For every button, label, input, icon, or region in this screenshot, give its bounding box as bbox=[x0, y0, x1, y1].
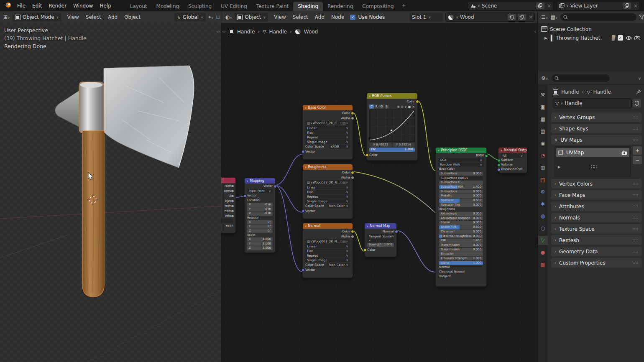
bsdf-input-row[interactable]: Specular0.500 bbox=[439, 199, 483, 203]
color-space-dropdown[interactable]: sRGB∨ bbox=[329, 145, 350, 149]
view-layer-selector[interactable]: ∨ View Layer × bbox=[557, 1, 640, 10]
bsdf-input-row[interactable]: Base Color bbox=[439, 167, 483, 171]
color-output[interactable]: Color bbox=[305, 111, 350, 115]
channel-button[interactable]: C bbox=[369, 105, 374, 109]
properties-tab[interactable]: ◔ bbox=[538, 151, 548, 160]
workspace-tab[interactable]: Modeling bbox=[152, 2, 184, 11]
material-slot-dropdown[interactable]: Slot 1∨ bbox=[409, 13, 443, 21]
viewport-menu[interactable]: Object bbox=[121, 14, 144, 20]
viewport-3d[interactable]: User Perspective (39) Throwing Hatchet |… bbox=[0, 23, 221, 362]
output-input-row[interactable]: Displacement bbox=[501, 167, 524, 171]
editor-type-outliner-icon[interactable]: ☰∨ bbox=[541, 14, 548, 20]
properties-tab[interactable]: ⚙ bbox=[538, 187, 548, 196]
topbar-menu[interactable]: Window bbox=[70, 3, 96, 9]
image-option-dropdown[interactable]: Flat∨ bbox=[305, 249, 350, 253]
workspace-tab[interactable]: Layout bbox=[125, 2, 152, 11]
color-space-dropdown[interactable]: Non-Color∨ bbox=[327, 204, 350, 208]
uv-maps-list[interactable]: UVMap ▶ ∷∷ bbox=[555, 146, 631, 177]
node-output[interactable]: ction bbox=[221, 214, 233, 218]
alpha-output[interactable]: Alpha bbox=[305, 175, 350, 180]
mapping-type-dropdown[interactable]: Type: Point∨ bbox=[247, 189, 273, 193]
shader-menu[interactable]: View bbox=[271, 14, 289, 20]
image-option-dropdown[interactable]: Linear∨ bbox=[305, 185, 350, 189]
workspace-tab[interactable]: Rendering bbox=[323, 2, 358, 11]
properties-tab[interactable]: ✱ bbox=[538, 199, 548, 209]
breadcrumb-data[interactable]: Handle bbox=[269, 29, 287, 35]
bsdf-input-row[interactable]: Clearcoat Roughness0.030 bbox=[439, 235, 483, 239]
workspace-tab[interactable]: Sculpting bbox=[184, 2, 216, 11]
image-option-dropdown[interactable]: Repeat∨ bbox=[305, 135, 350, 139]
properties-tab[interactable]: ● bbox=[538, 248, 548, 257]
color-output[interactable]: Color bbox=[305, 170, 350, 175]
properties-search[interactable] bbox=[552, 74, 610, 82]
topbar-menu[interactable]: File bbox=[14, 3, 29, 9]
properties-tab[interactable]: ▽ bbox=[538, 236, 548, 245]
remove-uv-map-button[interactable]: − bbox=[633, 156, 642, 164]
scene-copy-button[interactable] bbox=[536, 3, 544, 9]
color-input[interactable]: Color bbox=[369, 153, 415, 157]
properties-tab[interactable]: ▦ bbox=[538, 115, 548, 124]
alpha-output[interactable]: Alpha bbox=[305, 116, 350, 120]
image-option-dropdown[interactable]: Linear∨ bbox=[305, 126, 350, 130]
node-output[interactable]: rated bbox=[221, 184, 233, 188]
bsdf-input-row[interactable]: Metallic0.000 bbox=[439, 194, 483, 198]
topbar-menu[interactable]: Render bbox=[45, 3, 70, 9]
sidebar-toggle[interactable]: ‹ bbox=[534, 29, 536, 34]
view-layer-name[interactable]: View Layer bbox=[570, 3, 621, 9]
viewport-menu[interactable]: View bbox=[64, 14, 82, 20]
node-output[interactable]: UV bbox=[221, 194, 233, 198]
properties-panel[interactable]: ›Vertex Colors∷∷ bbox=[551, 179, 642, 189]
vector-input[interactable]: Vector bbox=[305, 149, 350, 154]
outliner[interactable]: Scene Collection ▶ Throwing Hatchet ✓ bbox=[537, 23, 644, 72]
expand-arrow-icon[interactable]: ▶ bbox=[544, 36, 547, 40]
image-option-dropdown[interactable]: Single Image∨ bbox=[305, 199, 350, 203]
scene-collection-label[interactable]: Scene Collection bbox=[550, 26, 592, 32]
node-output[interactable]: ormal bbox=[221, 189, 233, 193]
image-option-dropdown[interactable]: Single Image∨ bbox=[305, 140, 350, 144]
node-mapping[interactable]: ∨Mapping Vector Type: Point∨ Vector Loca… bbox=[244, 178, 276, 253]
channel-button[interactable]: G bbox=[379, 105, 384, 109]
vector-output[interactable]: Vector bbox=[247, 184, 273, 189]
image-datablock[interactable]: ▥∨ Wood063_2K_R... ○▤× bbox=[305, 180, 350, 185]
filter-funnel-icon[interactable] bbox=[639, 15, 644, 20]
mesh-name[interactable]: Handle bbox=[565, 100, 631, 106]
image-datablock[interactable]: ▥∨ Wood063_2K_N... ○▤× bbox=[305, 239, 350, 244]
editor-type-shader-icon[interactable]: ◐∨ bbox=[225, 14, 232, 20]
color-output[interactable]: Color bbox=[305, 229, 350, 234]
sss-method-dropdown[interactable]: Random Walk∨ bbox=[438, 163, 484, 167]
properties-tab[interactable]: ○ bbox=[538, 224, 548, 233]
viewport-menu[interactable]: Select bbox=[82, 14, 105, 20]
properties-panel[interactable]: ›Shape Keys∷∷ bbox=[551, 124, 642, 133]
color-space-dropdown[interactable]: Non-Color∨ bbox=[327, 263, 350, 267]
pivot-point-dropdown[interactable]: ⌖∨ bbox=[208, 14, 214, 20]
active-render-camera-icon[interactable] bbox=[621, 150, 627, 155]
editor-type-3dviewport-icon[interactable]: ⊞∨ bbox=[3, 14, 10, 20]
node-normal-map[interactable]: ∨Normal Map Normal Tangent Space∨ • Stre… bbox=[364, 223, 397, 257]
color-output[interactable]: Color bbox=[369, 99, 415, 104]
node-image-texture-roughness[interactable]: ∨Roughness Color Alpha ▥∨ Wood063_2K_R..… bbox=[302, 164, 353, 219]
scene-selector[interactable]: ∨ Scene × bbox=[468, 1, 553, 10]
properties-panel[interactable]: ›Texture Space∷∷ bbox=[551, 224, 642, 234]
list-grip[interactable]: ∷∷ bbox=[560, 164, 628, 170]
bsdf-input-row[interactable]: Normal bbox=[439, 265, 483, 270]
properties-panel[interactable]: ›Vertex Groups∷∷ bbox=[551, 112, 642, 122]
mesh-datablock[interactable]: ▽ ∨ Handle bbox=[553, 98, 632, 108]
scale-field[interactable]: Y1.000 bbox=[247, 242, 273, 246]
strength-slider[interactable]: Strength 1.000 bbox=[367, 243, 394, 247]
outliner-search-input[interactable] bbox=[570, 14, 613, 20]
curve-widget[interactable] bbox=[369, 110, 415, 142]
properties-panel[interactable]: ›Custom Properties∷∷ bbox=[551, 258, 642, 268]
workspace-tab[interactable]: Texture Paint bbox=[252, 2, 293, 11]
hide-eye-icon[interactable] bbox=[626, 36, 632, 40]
properties-tab[interactable]: ▥ bbox=[538, 163, 548, 172]
bsdf-input-row[interactable]: Specular Tint0.000 bbox=[439, 203, 483, 207]
node-image-texture-normal[interactable]: ∨Normal Color Alpha ▥∨ Wood063_2K_N... ○… bbox=[302, 223, 353, 278]
bsdf-input-row[interactable]: Subsurface IOR1.400 bbox=[439, 185, 483, 189]
properties-tab[interactable]: ◳ bbox=[538, 175, 548, 184]
image-option-dropdown[interactable]: Repeat∨ bbox=[305, 194, 350, 199]
bsdf-input-row[interactable]: Transmission Roughness0.000 bbox=[439, 248, 483, 252]
rotation-field[interactable]: Y0° bbox=[247, 224, 273, 229]
image-datablock[interactable]: ▥∨ Wood063_2K_C... ○▤× bbox=[305, 121, 350, 125]
space-dropdown[interactable]: Tangent Space∨ bbox=[367, 234, 394, 238]
properties-tab[interactable]: ▤ bbox=[538, 127, 548, 136]
